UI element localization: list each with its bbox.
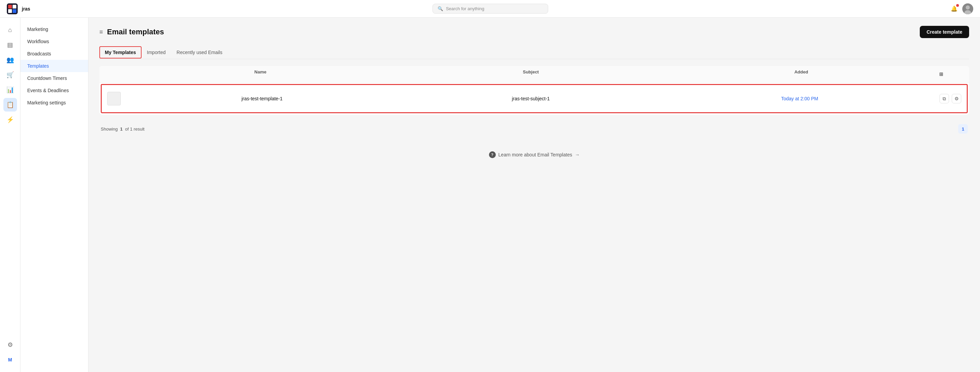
page-title: Email templates	[107, 27, 164, 36]
table-row: jras-test-template-1 jras-test-subject-1…	[101, 84, 968, 113]
row-actions: ⧉ ⚙	[934, 94, 961, 103]
sidebar-icon-templates[interactable]: 📋	[3, 98, 17, 112]
nav-events-deadlines[interactable]: Events & Deadlines	[21, 84, 88, 97]
showing-rest: of 1 result	[125, 127, 145, 131]
bell-icon: 🔔	[951, 6, 958, 11]
sidebar-icon-inbox[interactable]: ▤	[3, 38, 17, 52]
search-box[interactable]: 🔍 Search for anything	[433, 4, 548, 14]
showing-text: Showing	[101, 127, 118, 131]
notification-bell[interactable]: 🔔	[951, 5, 958, 12]
nav-broadcasts[interactable]: Broadcasts	[21, 47, 88, 60]
main-layout: ⌂ ▤ 👥 🛒 📊 📋 ⚡ ⚙ M Marketing Workflows Br…	[0, 18, 980, 372]
secondary-nav: Marketing Workflows Broadcasts Templates…	[21, 18, 89, 372]
nav-marketing-settings[interactable]: Marketing settings	[21, 97, 88, 109]
page-title-row: ≡ Email templates	[99, 27, 164, 36]
svg-rect-4	[13, 9, 16, 13]
sidebar-icon-contacts[interactable]: 👥	[3, 53, 17, 66]
svg-rect-2	[13, 5, 16, 8]
templates-table: Name Subject Added ⊞ jras-test-template-…	[99, 66, 969, 115]
sidebar-icon-settings[interactable]: ⚙	[3, 338, 17, 351]
topbar: jras 🔍 Search for anything 🔔	[0, 0, 980, 18]
nav-marketing[interactable]: Marketing	[21, 23, 88, 35]
nav-templates[interactable]: Templates	[21, 60, 88, 72]
svg-rect-3	[8, 9, 12, 13]
template-thumbnail	[107, 92, 121, 105]
pagination: 1	[958, 124, 968, 134]
sidebar-icon-home[interactable]: ⌂	[3, 23, 17, 37]
help-link-text: Learn more about Email Templates	[498, 152, 572, 157]
page-header: ≡ Email templates Create template	[99, 26, 969, 38]
col-thumb	[105, 70, 125, 79]
arrow-icon: →	[575, 152, 579, 157]
sidebar-icon-automation[interactable]: ⚡	[3, 113, 17, 127]
settings-button[interactable]: ⚙	[952, 94, 961, 103]
nav-workflows[interactable]: Workflows	[21, 35, 88, 47]
template-name: jras-test-template-1	[127, 96, 396, 101]
learn-more-link[interactable]: ? Learn more about Email Templates →	[489, 151, 580, 158]
col-name: Name	[125, 70, 396, 79]
sidebar: ⌂ ▤ 👥 🛒 📊 📋 ⚡ ⚙ M	[0, 18, 21, 372]
sidebar-icon-shop[interactable]: 🛒	[3, 68, 17, 82]
user-avatar[interactable]	[962, 3, 973, 14]
col-subject: Subject	[396, 70, 666, 79]
svg-point-6	[966, 5, 970, 9]
sidebar-icon-analytics[interactable]: M	[3, 353, 17, 367]
showing-bold: 1	[120, 127, 123, 131]
help-icon: ?	[489, 151, 496, 158]
showing-results: Showing 1 of 1 result	[101, 127, 145, 131]
tab-recently-used[interactable]: Recently used Emails	[171, 46, 228, 59]
topbar-actions: 🔔	[951, 3, 973, 14]
tab-imported[interactable]: Imported	[142, 46, 171, 59]
help-footer: ? Learn more about Email Templates →	[99, 151, 969, 158]
page-number-1[interactable]: 1	[958, 124, 968, 134]
table-header: Name Subject Added ⊞	[99, 66, 969, 82]
search-placeholder: Search for anything	[446, 6, 484, 11]
tab-my-templates[interactable]: My Templates	[99, 46, 142, 59]
hamburger-icon[interactable]: ≡	[99, 28, 103, 36]
table-footer: Showing 1 of 1 result 1	[99, 120, 969, 138]
notification-badge	[956, 4, 959, 7]
template-added-date: Today at 2:00 PM	[665, 96, 934, 101]
column-toggle-icon[interactable]: ⊞	[937, 70, 946, 79]
svg-rect-1	[8, 5, 12, 8]
duplicate-button[interactable]: ⧉	[940, 94, 949, 103]
app-name: jras	[22, 6, 30, 11]
tabs-container: My Templates Imported Recently used Emai…	[99, 46, 969, 59]
content-area: ≡ Email templates Create template My Tem…	[89, 18, 980, 372]
search-container: 🔍 Search for anything	[34, 4, 947, 14]
sidebar-icon-reports[interactable]: 📊	[3, 83, 17, 97]
nav-countdown-timers[interactable]: Countdown Timers	[21, 72, 88, 84]
col-added: Added	[666, 70, 937, 79]
app-logo[interactable]	[7, 3, 18, 14]
template-subject: jras-test-subject-1	[396, 96, 665, 101]
search-icon: 🔍	[438, 6, 443, 11]
col-actions: ⊞	[937, 70, 964, 79]
create-template-button[interactable]: Create template	[920, 26, 969, 38]
